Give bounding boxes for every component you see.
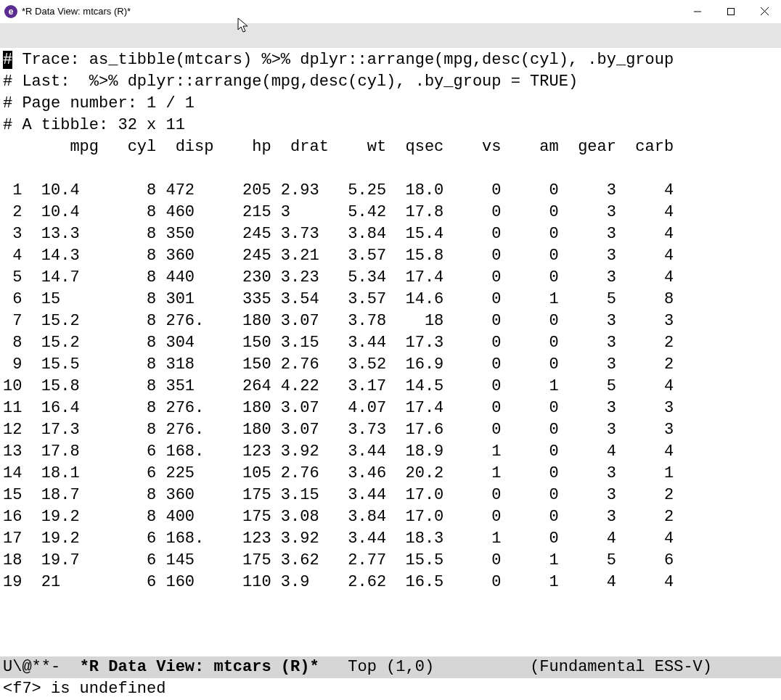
window-maximize-button[interactable] (714, 0, 748, 23)
modeline-buffer-name: *R Data View: mtcars (R)* (80, 658, 319, 676)
window-close-button[interactable] (748, 0, 781, 23)
modeline-position: Top (1,0) (319, 658, 530, 676)
modeline-flags: U\@**- (3, 658, 80, 676)
mode-line[interactable]: U\@**- *R Data View: mtcars (R)* Top (1,… (0, 656, 781, 678)
emacs-icon: e (4, 5, 17, 18)
svg-rect-1 (728, 8, 735, 15)
window-title: *R Data View: mtcars (R)* (22, 6, 131, 17)
text-buffer[interactable]: # Trace: as_tibble(mtcars) %>% dplyr::ar… (0, 48, 781, 656)
window-minimize-button[interactable] (681, 0, 714, 23)
echo-area[interactable]: <f7> is undefined (0, 678, 781, 700)
toolbar-strip (0, 23, 781, 48)
title-bar: e *R Data View: mtcars (R)* (0, 0, 781, 23)
modeline-major-mode: (Fundamental ESS-V) (530, 658, 712, 676)
